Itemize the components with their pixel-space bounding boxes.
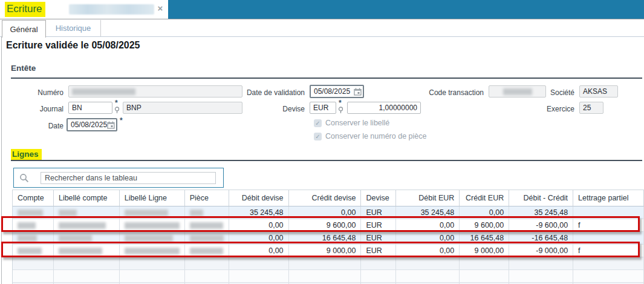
cell-credit-devise: 0,00 — [289, 206, 362, 219]
section-title-entete: Entête — [11, 64, 36, 73]
titlebar-divider — [0, 19, 644, 19]
redaction-blur — [190, 248, 223, 254]
table-row[interactable]: 35 245,480,00EUR35 245,480,0035 245,48 — [13, 206, 644, 219]
redacted-code-transaction-value — [503, 88, 532, 95]
column-header-debit-credit[interactable]: Débit - Crédit — [509, 190, 573, 206]
redacted-numero-value — [72, 88, 135, 95]
empty-cell — [361, 270, 396, 282]
empty-cell — [54, 257, 120, 269]
column-header-credit-devise[interactable]: Crédit devise — [289, 190, 362, 206]
redaction-blur — [125, 248, 180, 254]
cell-redacted-libelle-ligne — [120, 219, 185, 231]
exercice-value: 25 — [583, 104, 591, 112]
lines-table: CompteLibellé compteLibellé LignePièceDé… — [12, 190, 644, 284]
document-tab-title: Ecriture — [5, 2, 45, 17]
cell-devise: EUR — [361, 219, 396, 231]
required-marker-date: * — [120, 116, 123, 125]
column-header-credit-eur[interactable]: Crédit EUR — [460, 190, 509, 206]
cell-redacted-compte — [13, 206, 54, 219]
redaction-blur — [190, 210, 203, 216]
column-header-libelle-compte[interactable]: Libellé compte — [54, 190, 120, 206]
empty-cell — [396, 257, 460, 269]
societe-label: Société — [532, 88, 574, 97]
cell-credit-devise: 9 000,00 — [289, 245, 362, 257]
journal-name-value: BNP — [126, 104, 141, 112]
table-row[interactable]: 0,009 600,00EUR0,009 600,00-9 600,00f — [13, 219, 644, 232]
empty-cell — [185, 257, 229, 269]
required-marker-journal: * — [115, 99, 118, 107]
required-marker-devise: * — [339, 99, 342, 107]
date-validation-label: Date de validation — [230, 88, 305, 97]
table-row[interactable]: 0,0016 645,48EUR0,0016 645,48-16 645,48 — [13, 232, 644, 245]
cell-redacted-libelle-compte — [54, 219, 120, 231]
date-field[interactable]: 05/08/2025 — [67, 118, 117, 131]
cell-debit-credit: -9 000,00 — [509, 245, 573, 257]
cell-credit-eur: 16 645,48 — [460, 232, 509, 244]
cell-credit-eur: 9 600,00 — [460, 219, 509, 231]
cell-redacted-piece — [185, 219, 229, 231]
empty-cell — [573, 257, 644, 269]
empty-cell — [54, 270, 120, 282]
empty-cell — [229, 257, 289, 269]
journal-name-field[interactable]: BNP — [123, 102, 242, 114]
redaction-blur — [59, 248, 102, 254]
cell-credit-eur: 9 000,00 — [460, 245, 509, 257]
redaction-blur — [125, 235, 173, 242]
cell-debit-credit: 35 245,48 — [509, 206, 573, 219]
devise-code-field[interactable]: EUR — [310, 102, 336, 114]
calendar-icon[interactable] — [354, 88, 362, 96]
page-title: Ecriture validée le 05/08/2025 — [6, 40, 140, 51]
app-window: Ecriture × Général Historique Ecriture v… — [0, 0, 644, 284]
empty-cell — [460, 257, 509, 269]
journal-code-value: BN — [72, 104, 82, 112]
table-search-box — [13, 168, 224, 188]
lookup-pin-icon[interactable] — [114, 107, 120, 114]
date-validation-field[interactable]: 05/08/2025 — [310, 85, 364, 98]
numero-field[interactable] — [68, 85, 242, 97]
exercice-field[interactable]: 25 — [579, 102, 603, 114]
check-icon: ✓ — [315, 120, 320, 127]
table-empty-row — [13, 257, 644, 270]
panel-left-border — [1, 37, 2, 284]
cell-redacted-compte — [13, 219, 54, 231]
redaction-blur — [190, 222, 223, 229]
cell-credit-devise: 16 645,48 — [289, 232, 362, 244]
empty-cell — [185, 270, 229, 282]
column-header-compte[interactable]: Compte — [13, 190, 54, 206]
search-input[interactable] — [41, 172, 216, 184]
empty-cell — [289, 257, 362, 269]
journal-code-field[interactable]: BN — [68, 102, 112, 114]
devise-rate-value: 1,00000000 — [379, 104, 417, 112]
column-header-piece[interactable]: Pièce — [185, 190, 229, 206]
conserver-libelle-checkbox[interactable]: ✓ — [314, 119, 322, 127]
table-row[interactable]: 0,009 000,00EUR0,009 000,00-9 000,00f — [13, 245, 644, 257]
cell-redacted-compte — [13, 245, 54, 257]
calendar-icon[interactable] — [107, 121, 115, 129]
tab-historique[interactable]: Historique — [46, 20, 101, 36]
cell-debit-eur: 0,00 — [396, 245, 460, 257]
tab-general[interactable]: Général — [2, 20, 46, 38]
redaction-blur — [18, 222, 36, 229]
redaction-blur — [59, 210, 77, 216]
column-header-debit-eur[interactable]: Débit EUR — [396, 190, 460, 206]
cell-lettrage-partiel — [573, 206, 644, 219]
empty-cell — [509, 270, 573, 282]
close-icon[interactable]: × — [155, 3, 165, 15]
cell-redacted-libelle-compte — [54, 232, 120, 244]
column-header-libelle-ligne[interactable]: Libellé Ligne — [120, 190, 185, 206]
section-rule — [11, 78, 642, 79]
column-header-lettrage-partiel[interactable]: Lettrage partiel — [573, 190, 644, 206]
cell-devise: EUR — [361, 245, 396, 257]
redaction-blur — [125, 222, 180, 229]
cell-debit-credit: -9 600,00 — [509, 219, 573, 231]
column-header-debit-devise[interactable]: Débit devise — [229, 190, 289, 206]
lookup-pin-icon[interactable] — [338, 107, 343, 114]
cell-debit-devise: 0,00 — [229, 245, 289, 257]
exercice-label: Exercice — [532, 105, 574, 113]
conserver-piece-checkbox[interactable]: ✓ — [314, 133, 322, 140]
societe-field[interactable]: AKSAS — [579, 85, 618, 97]
devise-rate-field[interactable]: 1,00000000 — [347, 102, 421, 114]
column-header-devise[interactable]: Devise — [361, 190, 396, 206]
table-header-row: CompteLibellé compteLibellé LignePièceDé… — [13, 190, 644, 206]
empty-cell — [361, 257, 396, 269]
